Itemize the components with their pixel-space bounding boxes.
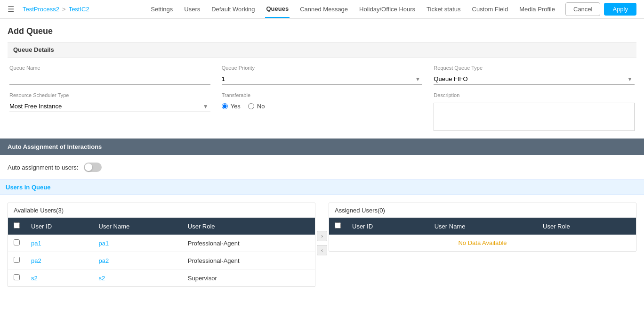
request-queue-type-wrapper: Queue FIFO Queue LIFO ▼ [434,73,635,85]
auto-assignment-label: Auto assignment to users: [8,164,78,171]
auto-assignment-row: Auto assignment to users: [8,155,636,179]
top-nav: ☰ TestProcess2 > TestIC2 Settings Users … [0,0,644,19]
transferable-label: Transferable [222,92,423,98]
user-id-link-1[interactable]: pa2 [31,257,41,264]
transferable-yes-label: Yes [231,103,241,110]
user-id-link-0[interactable]: pa1 [31,240,41,247]
user-id-link-2[interactable]: s2 [31,275,38,282]
queue-priority-select[interactable]: 1 2 3 [222,73,423,84]
breadcrumb-part1[interactable]: TestProcess2 [23,6,59,13]
user-id-cell-2: s2 [25,269,93,287]
select-all-assigned-checkbox[interactable] [335,222,341,228]
nav-users[interactable]: Users [183,1,201,17]
available-user-role-col-header: User Role [182,218,315,235]
user-name-link-1[interactable]: pa2 [99,257,109,264]
user-checkbox-0[interactable] [14,239,20,245]
nav-links: Settings Users Default Working Queues Ca… [150,0,636,18]
move-left-button[interactable]: ‹ [317,245,327,255]
users-in-queue-header: Users in Queue [0,179,644,195]
page-title: Add Queue [8,26,636,36]
assigned-user-role-col-header: User Role [537,218,636,235]
queue-name-group: Queue Name [9,65,210,85]
transferable-yes-radio[interactable] [222,103,228,109]
resource-scheduler-group: Resource Scheduler Type Most Free Instan… [9,92,210,131]
apply-button[interactable]: Apply [604,3,636,16]
user-role-cell-1: Professional-Agent [182,252,315,269]
description-textarea[interactable] [434,103,635,131]
available-users-container: Available Users(3) User ID User Name Use… [8,203,315,287]
nav-media-profile[interactable]: Media Profile [518,1,556,17]
breadcrumb-part2[interactable]: TestIC2 [69,6,89,13]
user-role-cell-2: Supervisor [182,269,315,287]
resource-scheduler-select[interactable]: Most Free Instance Round Robin [9,101,210,112]
breadcrumb-area: ☰ TestProcess2 > TestIC2 [8,5,89,14]
hamburger-icon[interactable]: ☰ [8,5,14,14]
queue-priority-wrapper: 1 2 3 ▼ [222,73,423,85]
nav-settings[interactable]: Settings [150,1,174,17]
user-checkbox-2[interactable] [14,274,20,280]
assigned-select-all-th [329,218,346,235]
transferable-group: Transferable Yes No [222,92,423,131]
nav-custom-field[interactable]: Custom Field [471,1,509,17]
nav-canned-message[interactable]: Canned Message [299,1,349,17]
available-user-row: pa2 pa2 Professional-Agent [8,252,315,269]
available-user-id-col-header: User ID [25,218,93,235]
request-queue-type-select[interactable]: Queue FIFO Queue LIFO [434,73,635,84]
select-all-available-checkbox[interactable] [14,222,20,228]
available-users-title: Available Users(3) [8,203,315,218]
no-data-row: No Data Available [329,235,636,251]
move-right-button[interactable]: › [317,231,327,241]
user-name-cell-2: s2 [93,269,182,287]
nav-queues[interactable]: Queues [265,0,290,18]
assigned-user-id-col-header: User ID [346,218,429,235]
transferable-no-radio[interactable] [248,103,254,109]
breadcrumb-separator: > [62,6,66,13]
cancel-button[interactable]: Cancel [565,2,600,16]
user-name-cell-0: pa1 [93,235,182,252]
auto-assignment-header: Auto Assignment of Interactions [0,139,644,155]
request-queue-type-label: Request Queue Type [434,65,635,71]
auto-assignment-toggle[interactable] [84,163,102,172]
queue-details-header: Queue Details [8,42,636,57]
queue-name-input[interactable] [9,73,210,85]
users-layout: Available Users(3) User ID User Name Use… [8,203,636,287]
resource-scheduler-wrapper: Most Free Instance Round Robin ▼ [9,101,210,112]
request-queue-type-group: Request Queue Type Queue FIFO Queue LIFO… [434,65,635,85]
user-name-link-2[interactable]: s2 [99,275,105,282]
transfer-arrows: › ‹ [315,203,329,255]
action-buttons: Cancel Apply [565,2,636,16]
transferable-no-label: No [257,103,265,110]
user-role-cell-0: Professional-Agent [182,235,315,252]
nav-default-working[interactable]: Default Working [210,1,256,17]
available-user-row: s2 s2 Supervisor [8,269,315,287]
queue-priority-label: Queue Priority [222,65,423,71]
assigned-users-container: Assigned Users(0) User ID User Name User… [329,203,636,252]
available-user-name-col-header: User Name [93,218,182,235]
toggle-knob [85,163,92,171]
nav-ticket-status[interactable]: Ticket status [426,1,461,17]
description-label: Description [434,92,635,98]
available-user-row: pa1 pa1 Professional-Agent [8,235,315,252]
description-group: Description [434,92,635,131]
user-checkbox-cell-2 [8,269,25,287]
user-name-link-0[interactable]: pa1 [99,240,109,247]
queue-name-label: Queue Name [9,65,210,71]
user-id-cell-1: pa2 [25,252,93,269]
queue-details-form: Queue Name Queue Priority 1 2 3 ▼ Reques… [8,65,636,139]
user-checkbox-1[interactable] [14,257,20,263]
assigned-user-name-col-header: User Name [429,218,537,235]
queue-priority-group: Queue Priority 1 2 3 ▼ [222,65,423,85]
user-checkbox-cell-0 [8,235,25,252]
page-content: Add Queue Queue Details Queue Name Queue… [0,19,644,294]
assigned-users-table: User ID User Name User Role No Data Avai… [329,218,636,251]
no-data-cell: No Data Available [329,235,636,251]
transferable-yes-option[interactable]: Yes [222,103,241,110]
available-select-all-th [8,218,25,235]
available-users-table: User ID User Name User Role pa1 pa1 Prof… [8,218,315,286]
user-id-cell-0: pa1 [25,235,93,252]
assigned-users-title: Assigned Users(0) [329,203,636,218]
nav-holiday[interactable]: Holiday/Office Hours [358,1,416,17]
resource-scheduler-label: Resource Scheduler Type [9,92,210,98]
user-name-cell-1: pa2 [93,252,182,269]
transferable-no-option[interactable]: No [248,103,265,110]
